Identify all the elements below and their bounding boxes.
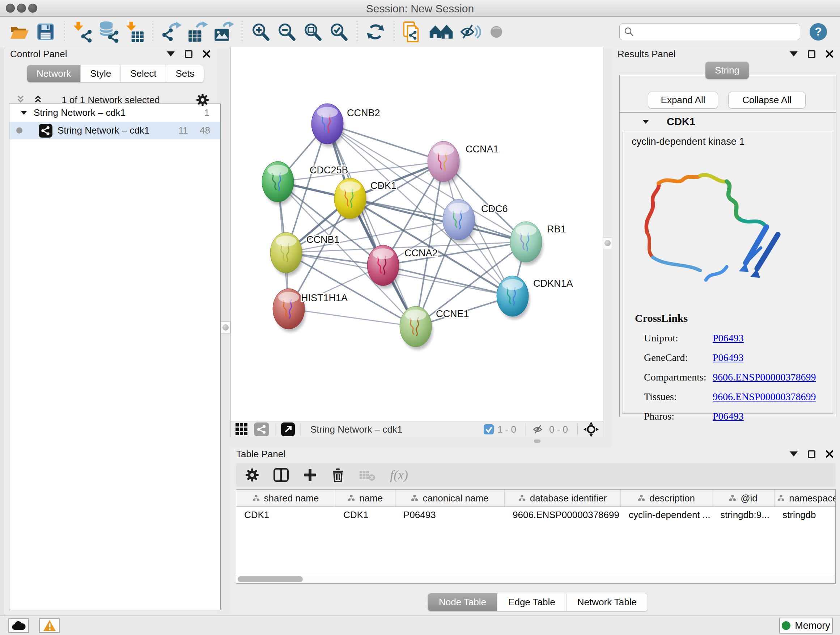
- tab-select[interactable]: Select: [121, 65, 166, 82]
- table-cell[interactable]: CDK1: [335, 507, 395, 523]
- crosslink-link[interactable]: P06493: [713, 410, 744, 422]
- share-network-icon[interactable]: [254, 423, 269, 436]
- export-table-button[interactable]: [186, 20, 209, 44]
- close-panel-icon[interactable]: [826, 50, 834, 58]
- memory-button[interactable]: Memory: [779, 618, 833, 633]
- zoom-selected-button[interactable]: [327, 20, 350, 44]
- table-cell[interactable]: cyclin-dependent ...: [621, 507, 712, 523]
- tab-node-table[interactable]: Node Table: [428, 593, 497, 611]
- network-edge-CCNA2-CDKN1A[interactable]: [383, 265, 513, 296]
- network-item-row[interactable]: String Network – cdk1 11 48: [9, 122, 220, 139]
- column-header-description[interactable]: description: [621, 490, 712, 507]
- import-network-from-database-button[interactable]: [97, 20, 120, 44]
- export-image-button[interactable]: [212, 20, 235, 44]
- delete-table-icon[interactable]: [359, 469, 376, 481]
- apply-layout-button[interactable]: [364, 20, 387, 44]
- eye-disabled-icon: [488, 24, 505, 40]
- node-result-header[interactable]: CDK1: [620, 112, 836, 131]
- float-panel-icon[interactable]: [790, 451, 798, 456]
- zoom-fit-button[interactable]: [302, 20, 324, 44]
- zoom-out-button[interactable]: [275, 20, 298, 44]
- tab-sets[interactable]: Sets: [166, 65, 204, 82]
- right-splitter-handle[interactable]: [603, 237, 613, 249]
- crosslink-link[interactable]: 9606.ENSP00000378699: [713, 391, 816, 402]
- network-edge-HIST1H1A-CCNE1[interactable]: [289, 309, 416, 326]
- collapse-all-button[interactable]: Collapse All: [728, 92, 806, 109]
- split-columns-icon[interactable]: [273, 468, 289, 482]
- horizontal-splitter-handle[interactable]: [534, 440, 540, 443]
- cloud-status-button[interactable]: [8, 618, 29, 633]
- function-builder-icon[interactable]: f(x): [390, 467, 408, 483]
- network-node-CCNE1[interactable]: [400, 306, 433, 350]
- help-button[interactable]: ?: [810, 23, 827, 41]
- table-cell[interactable]: CDK1: [236, 507, 335, 523]
- network-node-CDK1[interactable]: [334, 178, 367, 222]
- first-neighbors-button[interactable]: [427, 20, 455, 44]
- search-input[interactable]: [638, 26, 796, 37]
- import-table-button[interactable]: [123, 20, 146, 44]
- tab-network-table[interactable]: Network Table: [567, 593, 647, 611]
- copy-network-button[interactable]: [401, 20, 424, 44]
- show-all-button[interactable]: [485, 20, 508, 44]
- collection-expander-icon[interactable]: [21, 111, 27, 116]
- network-node-CCNA2[interactable]: [367, 245, 400, 288]
- node-table[interactable]: shared namenamecanonical namedatabase id…: [236, 489, 836, 584]
- crosslink-link[interactable]: 9606.ENSP00000378699: [713, 371, 816, 383]
- network-node-CCNB2[interactable]: [311, 103, 344, 147]
- close-panel-icon[interactable]: [202, 50, 210, 58]
- maximize-panel-icon[interactable]: [808, 450, 815, 458]
- node-result-body: cyclin-dependent kinase 1: [622, 131, 833, 414]
- grid-view-icon[interactable]: [235, 423, 248, 436]
- birdseye-view-icon[interactable]: [584, 422, 599, 437]
- save-session-button[interactable]: [34, 20, 57, 44]
- import-network-button[interactable]: [71, 20, 94, 44]
- delete-column-trash-icon[interactable]: [332, 468, 344, 482]
- export-network-button[interactable]: [160, 20, 183, 44]
- table-cell[interactable]: stringdb:9...: [712, 507, 775, 523]
- tab-style[interactable]: Style: [81, 65, 121, 82]
- left-splitter-handle[interactable]: [221, 321, 231, 333]
- tab-network[interactable]: Network: [27, 65, 81, 82]
- float-panel-icon[interactable]: [790, 51, 798, 57]
- hide-selected-button[interactable]: [459, 20, 482, 44]
- expand-all-button[interactable]: Expand All: [648, 92, 718, 109]
- network-node-CCNB1[interactable]: [270, 233, 303, 276]
- column-header-database-identifier[interactable]: database identifier: [505, 490, 621, 507]
- scrollbar-thumb[interactable]: [238, 576, 303, 582]
- network-canvas[interactable]: CCNB2CCNA1CDC25BCDK1CDC6RB1CCNB1CCNA2CDK…: [231, 47, 603, 421]
- network-node-CDKN1A[interactable]: [497, 276, 530, 319]
- table-horizontal-scrollbar[interactable]: [236, 575, 835, 583]
- column-header--id[interactable]: @id: [712, 490, 775, 507]
- table-cell[interactable]: stringdb: [775, 507, 836, 523]
- tab-edge-table[interactable]: Edge Table: [497, 593, 567, 611]
- column-header-canonical-name[interactable]: canonical name: [395, 490, 505, 507]
- column-header-name[interactable]: name: [335, 490, 395, 507]
- crosslink-link[interactable]: P06493: [713, 333, 744, 344]
- float-panel-icon[interactable]: [167, 51, 175, 57]
- close-panel-icon[interactable]: [826, 450, 834, 458]
- add-column-icon[interactable]: [303, 468, 317, 482]
- hidden-eye-icon[interactable]: [532, 424, 546, 435]
- network-view[interactable]: CCNB2CCNA1CDC25BCDK1CDC6RB1CCNB1CCNA2CDK…: [231, 47, 603, 437]
- network-collection-row[interactable]: String Network – cdk1 1: [9, 104, 220, 122]
- network-edge-CCNB2-CCNA1[interactable]: [327, 124, 444, 162]
- table-cell[interactable]: 9606.ENSP00000378699: [505, 507, 621, 523]
- collapse-section-icon[interactable]: [642, 119, 649, 125]
- network-node-CCNA1[interactable]: [428, 141, 461, 185]
- network-options-gear-icon[interactable]: [196, 93, 209, 106]
- crosslink-link[interactable]: P06493: [713, 352, 744, 363]
- table-row[interactable]: CDK1CDK1P064939606.ENSP00000378699cyclin…: [236, 507, 835, 523]
- network-node-RB1[interactable]: [510, 222, 543, 265]
- selected-checkbox-icon[interactable]: [484, 424, 494, 434]
- column-header-namespace[interactable]: namespace: [775, 490, 836, 507]
- zoom-in-button[interactable]: [249, 20, 272, 44]
- open-session-button[interactable]: [8, 20, 31, 44]
- open-in-new-window-icon[interactable]: [281, 423, 295, 436]
- warnings-button[interactable]: [39, 618, 60, 633]
- table-cell[interactable]: P06493: [395, 507, 505, 523]
- maximize-panel-icon[interactable]: [185, 50, 193, 58]
- tab-string[interactable]: String: [706, 62, 749, 79]
- maximize-panel-icon[interactable]: [808, 50, 815, 58]
- column-header-shared-name[interactable]: shared name: [236, 490, 335, 507]
- table-settings-gear-icon[interactable]: [245, 468, 259, 482]
